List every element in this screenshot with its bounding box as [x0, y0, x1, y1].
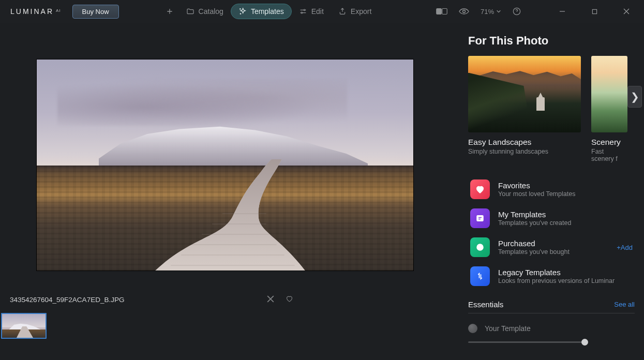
tab-export-label: Export — [351, 7, 371, 16]
buy-now-label: Buy Now — [82, 8, 109, 16]
svg-rect-7 — [477, 216, 483, 221]
export-icon — [338, 7, 347, 16]
svg-text:P: P — [478, 245, 482, 250]
see-all-link[interactable]: See all — [614, 301, 635, 308]
category-favorites[interactable]: Favorites Your most loved Templates — [468, 175, 635, 204]
favorite-button[interactable] — [283, 293, 295, 307]
category-my-templates[interactable]: My Templates Templates you've created — [468, 204, 635, 233]
heart-icon — [470, 179, 490, 199]
photo-canvas[interactable] — [36, 59, 414, 271]
buy-now-button[interactable]: Buy Now — [72, 5, 119, 19]
card-icon — [470, 208, 490, 228]
folder-icon — [186, 7, 194, 16]
main-tabs: Catalog Templates Edit Export — [160, 4, 379, 19]
thumbnail[interactable] — [1, 313, 47, 339]
top-bar: LUMINAR AI Buy Now Catalog Templates — [0, 0, 644, 23]
collections-next[interactable]: ❯ — [627, 86, 642, 108]
file-bar: 34354267604_59F2ACA7ED_B.JPG — [10, 293, 447, 307]
svg-rect-2 — [437, 9, 441, 14]
reject-button[interactable] — [265, 293, 276, 307]
heart-icon — [286, 295, 293, 303]
logo-text: LUMINAR — [10, 7, 54, 16]
category-subtitle: Templates you've created — [498, 219, 571, 227]
category-subtitle: Looks from previous versions of Luminar — [498, 277, 615, 284]
tab-catalog[interactable]: Catalog — [179, 4, 231, 19]
collection-thumb — [468, 56, 581, 132]
logo-suffix: AI — [56, 8, 61, 13]
category-legacy[interactable]: Legacy Templates Looks from previous ver… — [468, 262, 635, 291]
templates-panel: For This Photo Easy Landscapes Simply st… — [464, 23, 644, 360]
svg-rect-6 — [592, 9, 596, 13]
tab-templates-label: Templates — [251, 7, 284, 16]
tab-templates[interactable]: Templates — [231, 4, 292, 19]
category-title: My Templates — [498, 210, 571, 219]
category-purchased[interactable]: P Purchased Templates you've bought +Add — [468, 233, 635, 262]
slider-knob[interactable] — [581, 339, 588, 346]
tab-edit[interactable]: Edit — [292, 4, 331, 19]
template-dot-icon — [468, 324, 477, 333]
template-strength-slider[interactable] — [468, 341, 587, 343]
zoom-value: 71% — [481, 8, 494, 16]
swap-icon — [470, 266, 490, 286]
svg-point-0 — [304, 9, 305, 11]
category-subtitle: Your most loved Templates — [498, 190, 575, 198]
topbar-right: 71% — [436, 3, 640, 20]
svg-point-4 — [462, 10, 465, 13]
filmstrip — [1, 313, 447, 339]
preview-toggle[interactable] — [459, 8, 469, 15]
app-logo: LUMINAR AI — [10, 7, 61, 16]
category-title: Purchased — [498, 239, 570, 248]
collection-easy-landscapes[interactable]: Easy Landscapes Simply stunning landscap… — [468, 56, 581, 162]
panel-title: For This Photo — [468, 34, 635, 48]
viewer: 34354267604_59F2ACA7ED_B.JPG — [0, 23, 464, 360]
plus-icon — [166, 7, 174, 16]
sparkle-icon — [238, 7, 247, 16]
category-title: Favorites — [498, 181, 575, 190]
main-area: 34354267604_59F2ACA7ED_B.JPG For This Ph… — [0, 23, 644, 360]
template-categories: Favorites Your most loved Templates My T… — [468, 175, 635, 291]
chevron-right-icon: ❯ — [631, 91, 639, 103]
collection-subtitle: Fast scenery f — [591, 148, 627, 162]
help-button[interactable] — [513, 7, 521, 16]
add-purchased-link[interactable]: +Add — [617, 244, 633, 251]
file-name: 34354267604_59F2ACA7ED_B.JPG — [10, 296, 124, 304]
chevron-down-icon — [496, 9, 501, 14]
sliders-icon — [299, 7, 307, 16]
category-subtitle: Templates you've bought — [498, 248, 570, 256]
essentials-section: Essentials See all Your Template — [468, 300, 635, 343]
collection-scenery[interactable]: Scenery Fast scenery f — [591, 56, 627, 162]
tab-catalog-label: Catalog — [199, 7, 223, 16]
svg-rect-3 — [442, 9, 447, 14]
your-template-row[interactable]: Your Template — [468, 324, 635, 333]
collection-thumb — [591, 56, 627, 132]
close-icon — [267, 295, 274, 303]
zoom-level[interactable]: 71% — [481, 8, 501, 16]
compare-toggle[interactable] — [436, 8, 447, 15]
tab-export[interactable]: Export — [331, 4, 379, 19]
collection-title: Easy Landscapes — [468, 138, 581, 147]
tab-edit-label: Edit — [311, 7, 324, 16]
collection-subtitle: Simply stunning landscapes — [468, 148, 581, 155]
essentials-title: Essentials — [468, 300, 503, 309]
template-collections: Easy Landscapes Simply stunning landscap… — [468, 56, 635, 162]
window-close[interactable] — [616, 3, 637, 20]
svg-point-1 — [301, 12, 303, 13]
window-maximize[interactable] — [584, 3, 605, 20]
add-button[interactable] — [160, 4, 179, 19]
collection-title: Scenery — [591, 138, 627, 147]
window-minimize[interactable] — [552, 3, 573, 20]
tag-icon: P — [470, 237, 490, 257]
help-icon — [513, 7, 521, 16]
your-template-label: Your Template — [485, 324, 531, 333]
category-title: Legacy Templates — [498, 268, 615, 277]
